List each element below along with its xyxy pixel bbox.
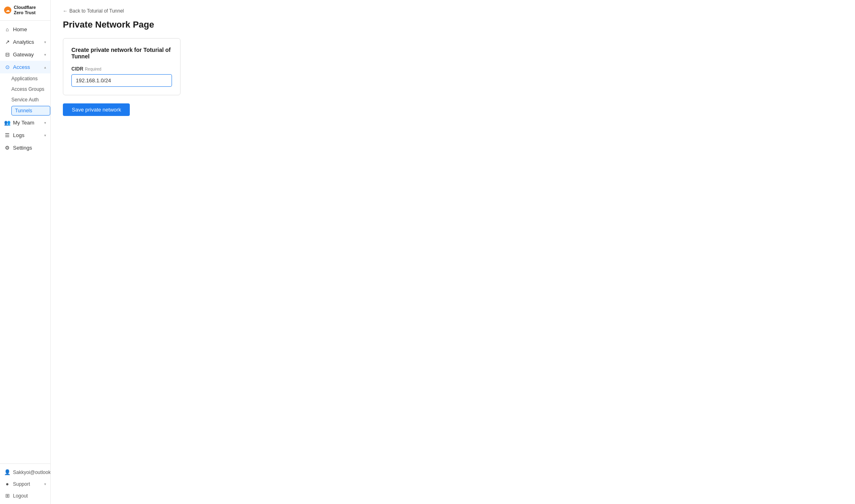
sidebar-support-item[interactable]: ● Support ▾ [0, 478, 50, 490]
cidr-field: CIDR Required [71, 66, 172, 87]
sidebar-item-analytics-label: Analytics [13, 39, 34, 45]
create-network-card: Create private network for Toturial of T… [63, 38, 180, 95]
save-private-network-button[interactable]: Save private network [63, 103, 130, 116]
support-icon: ● [4, 481, 11, 487]
sidebar-item-analytics[interactable]: ↗ Analytics ▾ [0, 36, 50, 48]
save-button-container: Save private network [63, 103, 843, 116]
sidebar-user-label: Sakkyoi@outlook.c... [13, 470, 51, 475]
sidebar-logo[interactable]: ☁ Cloudflare Zero Trust [0, 0, 50, 21]
sidebar-item-logs[interactable]: ☰ Logs ▾ [0, 129, 50, 142]
chevron-down-icon: ▾ [44, 482, 46, 486]
logout-icon: ⊞ [4, 493, 11, 499]
analytics-icon: ↗ [4, 39, 11, 45]
cidr-label: CIDR Required [71, 66, 172, 72]
main-content: ← Back to Toturial of Tunnel Private Net… [51, 0, 855, 504]
sidebar-user-item[interactable]: 👤 Sakkyoi@outlook.c... ▾ [0, 466, 50, 478]
cidr-required-badge: Required [85, 67, 101, 71]
sidebar-logout-label: Logout [13, 493, 28, 499]
access-submenu: Applications Access Groups Service Auth … [0, 73, 50, 116]
sidebar-logo-text: Cloudflare Zero Trust [14, 5, 46, 15]
sidebar: ☁ Cloudflare Zero Trust ⌂ Home ↗ Analyti… [0, 0, 51, 504]
chevron-down-icon: ▾ [44, 133, 46, 137]
sidebar-item-my-team[interactable]: 👥 My Team ▾ [0, 116, 50, 129]
sidebar-item-settings-label: Settings [13, 145, 32, 151]
sidebar-item-logs-label: Logs [13, 132, 24, 138]
back-link-label: Back to Toturial of Tunnel [69, 8, 124, 14]
back-arrow-icon: ← [63, 8, 68, 14]
nav-section: ⌂ Home ↗ Analytics ▾ ⊟ Gateway ▾ ⊙ Acces… [0, 21, 50, 463]
sidebar-item-home-label: Home [13, 26, 27, 32]
chevron-down-icon: ▾ [44, 53, 46, 57]
access-icon: ⊙ [4, 64, 11, 70]
back-link[interactable]: ← Back to Toturial of Tunnel [63, 8, 843, 14]
cloudflare-logo-icon: ☁ [4, 6, 11, 14]
sidebar-item-settings[interactable]: ⚙ Settings [0, 142, 50, 154]
sidebar-item-home[interactable]: ⌂ Home [0, 23, 50, 36]
sidebar-item-service-auth[interactable]: Service Auth [11, 94, 50, 105]
chevron-down-icon: ▾ [44, 121, 46, 125]
sidebar-item-access[interactable]: ⊙ Access ▴ [0, 61, 50, 73]
sidebar-item-applications[interactable]: Applications [11, 73, 50, 84]
gateway-icon: ⊟ [4, 51, 11, 58]
sidebar-item-access-label: Access [13, 64, 30, 70]
sidebar-bottom: 👤 Sakkyoi@outlook.c... ▾ ● Support ▾ ⊞ L… [0, 463, 50, 504]
user-icon: 👤 [4, 469, 11, 475]
home-icon: ⌂ [4, 26, 11, 32]
sidebar-item-access-groups[interactable]: Access Groups [11, 84, 50, 94]
card-title: Create private network for Toturial of T… [71, 47, 172, 60]
logs-icon: ☰ [4, 132, 11, 138]
my-team-icon: 👥 [4, 120, 11, 126]
sidebar-logout-item[interactable]: ⊞ Logout [0, 490, 50, 502]
sidebar-item-gateway[interactable]: ⊟ Gateway ▾ [0, 48, 50, 61]
sidebar-item-my-team-label: My Team [13, 120, 34, 126]
page-title: Private Network Page [63, 19, 843, 30]
chevron-down-icon: ▾ [44, 40, 46, 44]
sidebar-item-gateway-label: Gateway [13, 51, 34, 58]
chevron-up-icon: ▴ [44, 65, 46, 69]
settings-icon: ⚙ [4, 145, 11, 151]
cidr-input[interactable] [71, 74, 172, 87]
sidebar-item-tunnels[interactable]: Tunnels [11, 106, 50, 116]
sidebar-support-label: Support [13, 481, 30, 487]
